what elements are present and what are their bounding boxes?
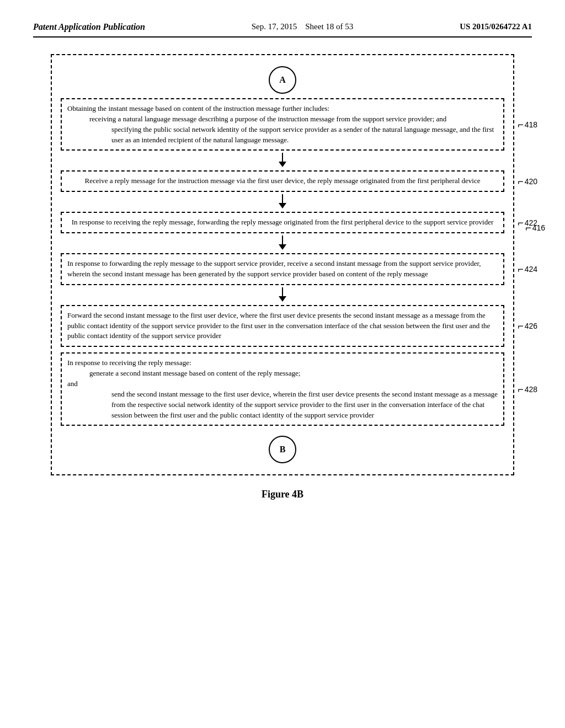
circle-a-label: A: [279, 75, 286, 85]
section-420: Receive a reply message for the instruct…: [60, 170, 505, 192]
box-420-text: Receive a reply message for the instruct…: [85, 176, 481, 185]
box-424: In response to forwarding the reply mess…: [61, 253, 504, 285]
publication-date: Sep. 17, 2015: [252, 22, 297, 31]
circle-b: B: [269, 436, 296, 463]
box-420: Receive a reply message for the instruct…: [61, 170, 504, 192]
header-center: Sep. 17, 2015 Sheet 18 of 53: [252, 22, 354, 31]
arrow-418-420: [60, 153, 505, 168]
box-426: Forward the second instant message to th…: [61, 305, 504, 347]
ref-424: ⌐ 424: [518, 264, 537, 274]
arrow-422-424: [60, 235, 505, 251]
section-418: Obtaining the instant message based on c…: [60, 98, 505, 151]
spacer-426-428: [60, 347, 505, 352]
header-right: US 2015/0264722 A1: [460, 22, 532, 31]
box-418-indent1: receiving a natural language message des…: [89, 114, 498, 125]
box-428-indent1: generate a second instant message based …: [89, 368, 498, 379]
ref-418-label: 418: [525, 120, 537, 129]
box-426-text: Forward the second instant message to th…: [67, 311, 490, 340]
sheet-info: Sheet 18 of 53: [305, 22, 353, 31]
ref-424-label: 424: [525, 265, 537, 274]
publication-title: Patent Application Publication: [33, 22, 145, 31]
figure-caption: Figure 4B: [51, 489, 514, 500]
box-418-text: Obtaining the instant message based on c…: [67, 104, 329, 113]
section-424: In response to forwarding the reply mess…: [60, 253, 505, 285]
header: Patent Application Publication Sep. 17, …: [33, 22, 532, 38]
page: Patent Application Publication Sep. 17, …: [0, 0, 565, 728]
section-422: In response to receiving the reply messa…: [60, 212, 505, 233]
ref-428-label: 428: [525, 385, 537, 394]
box-422-text: In response to receiving the reply messa…: [72, 218, 494, 226]
circle-b-node: B: [60, 436, 505, 463]
box-428-and: and: [67, 379, 78, 388]
box-424-text: In response to forwarding the reply mess…: [67, 259, 481, 278]
section-426: Forward the second instant message to th…: [60, 305, 505, 347]
ref-422: ⌐ 422: [518, 218, 537, 228]
ref-418: ⌐ 418: [518, 120, 537, 130]
box-418-indent2: specifying the public social network ide…: [111, 125, 498, 146]
box-418: Obtaining the instant message based on c…: [61, 98, 504, 151]
header-left: Patent Application Publication: [33, 22, 145, 32]
circle-b-label: B: [280, 445, 286, 454]
arrow-420-422: [60, 194, 505, 210]
ref-426-label: 426: [525, 322, 537, 330]
diagram-wrapper: ⌐ 416 A Obtaining the instant message ba…: [51, 54, 514, 500]
ref-428: ⌐ 428: [518, 384, 537, 394]
ref-422-label: 422: [525, 218, 537, 227]
circle-a-node: A: [60, 66, 505, 94]
patent-number: US 2015/0264722 A1: [460, 22, 532, 31]
spacer-428-b: [60, 426, 505, 431]
section-428: In response to receiving the reply messa…: [60, 352, 505, 426]
box-428-line1: In response to receiving the reply messa…: [67, 358, 191, 367]
box-422: In response to receiving the reply messa…: [61, 212, 504, 233]
ref-420-label: 420: [525, 177, 537, 186]
ref-420: ⌐ 420: [518, 176, 537, 186]
outer-dashed-border: ⌐ 416 A Obtaining the instant message ba…: [51, 54, 514, 475]
box-428-indent2: send the second instant message to the f…: [111, 389, 498, 421]
ref-426: ⌐ 426: [518, 321, 537, 331]
arrow-424-426: [60, 287, 505, 303]
box-428: In response to receiving the reply messa…: [61, 352, 504, 426]
circle-a: A: [269, 66, 296, 94]
figure-label: Figure 4B: [262, 489, 303, 500]
